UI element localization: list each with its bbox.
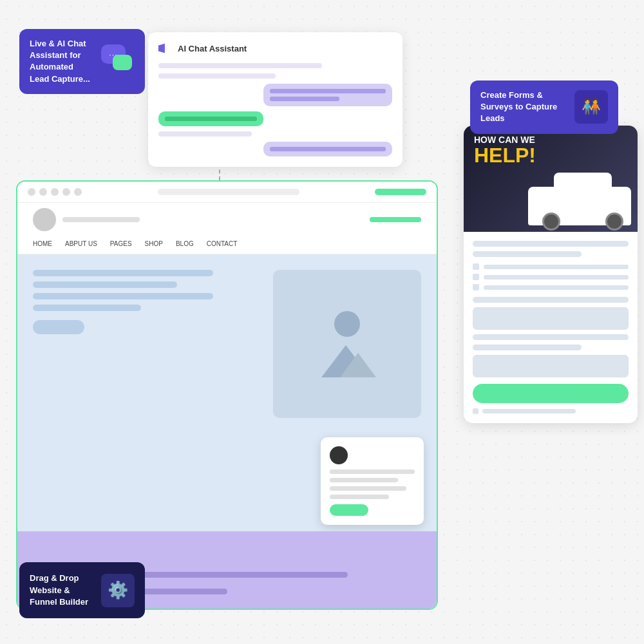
content-line-3 — [33, 293, 213, 299]
checkbox-row-1 — [473, 263, 629, 270]
checkbox-row-3 — [473, 284, 629, 290]
survey-input-2 — [473, 251, 582, 257]
drag-drop-badge: Drag & Drop Website & Funnel Builder ⚙️ — [19, 562, 145, 618]
megaphone-icon — [158, 43, 170, 54]
content-line-4 — [33, 305, 141, 311]
survey-text-1 — [473, 297, 629, 303]
content-line-2 — [33, 281, 177, 288]
chat-line-1 — [158, 63, 322, 68]
website-builder-card: HOME ABPUT US PAGES SHOP BLOG CONTACT — [16, 180, 438, 610]
content-line-1 — [33, 270, 213, 276]
floating-card-line-1 — [330, 469, 415, 474]
browser-dot-5 — [74, 188, 82, 196]
funnel-icon: 🧑‍🤝‍🧑 — [574, 90, 608, 124]
gear-icon: ⚙️ — [101, 574, 135, 607]
floating-card-avatar — [330, 446, 348, 464]
placeholder-circle — [334, 311, 360, 337]
checkbox-label-1 — [484, 265, 629, 269]
checkbox-label-3 — [484, 285, 629, 290]
survey-card: HOW CAN WE HELP! — [464, 126, 638, 423]
browser-topbar — [17, 182, 437, 203]
browser-dot-3 — [51, 188, 59, 196]
floating-card-button — [330, 504, 368, 516]
nav-contact[interactable]: CONTACT — [207, 240, 238, 247]
website-nav: HOME ABPUT US PAGES SHOP BLOG CONTACT — [17, 203, 437, 254]
nav-avatar — [33, 208, 56, 231]
survey-agreement — [473, 408, 629, 414]
nav-shop[interactable]: SHOP — [145, 240, 163, 247]
nav-about[interactable]: ABPUT US — [65, 240, 97, 247]
forms-badge-text: Create Forms & Surveys to Capture Leads — [480, 90, 568, 125]
checkbox-label-2 — [484, 275, 629, 279]
url-bar — [158, 189, 299, 195]
survey-text-fields — [473, 297, 629, 377]
forms-surveys-badge: Create Forms & Surveys to Capture Leads … — [470, 80, 618, 134]
survey-big-input-2 — [473, 355, 629, 377]
ai-chat-badge: Live & AI Chat Assistant for Automated L… — [19, 29, 145, 94]
checkbox-row-2 — [473, 274, 629, 280]
survey-text-2 — [473, 334, 629, 340]
image-placeholder — [273, 270, 421, 418]
chat-bubble-icon: ··· — [101, 44, 135, 78]
chat-line-3 — [158, 131, 252, 137]
survey-body — [464, 232, 638, 423]
placeholder-mountain — [318, 342, 376, 377]
checkbox-3[interactable] — [473, 284, 479, 290]
ai-chat-window: AI Chat Assistant — [148, 32, 402, 167]
chat-messages — [158, 63, 392, 156]
chat-bubble-incoming — [158, 111, 263, 126]
ai-chat-badge-text: Live & AI Chat Assistant for Automated L… — [30, 38, 95, 85]
survey-submit-button[interactable] — [473, 384, 629, 403]
nav-home[interactable]: HOME — [33, 240, 52, 247]
agreement-text — [482, 409, 576, 413]
survey-text-3 — [473, 345, 582, 350]
cta-button-placeholder — [33, 320, 84, 334]
chat-line-2 — [158, 73, 276, 79]
browser-dot-2 — [39, 188, 47, 196]
checkbox-2[interactable] — [473, 274, 479, 280]
browser-dot-4 — [62, 188, 70, 196]
browser-dots — [28, 188, 82, 196]
survey-big-input-1 — [473, 307, 629, 330]
nav-pages[interactable]: PAGES — [110, 240, 132, 247]
survey-help: HELP! — [474, 145, 536, 166]
nav-blog[interactable]: BLOG — [176, 240, 194, 247]
chat-bubble-outgoing — [263, 84, 392, 106]
floating-card — [321, 437, 424, 525]
agreement-checkbox[interactable] — [473, 408, 478, 414]
floating-card-line-3 — [330, 486, 406, 491]
topbar-action-button — [375, 189, 426, 195]
survey-checkboxes — [473, 263, 629, 290]
browser-dot-1 — [28, 188, 35, 196]
ai-chat-title: AI Chat Assistant — [178, 44, 247, 53]
checkbox-1[interactable] — [473, 263, 479, 270]
car-graphic — [515, 164, 638, 232]
chat-bubble-outgoing-2 — [263, 142, 392, 156]
nav-cta-line — [370, 217, 421, 222]
floating-card-line-4 — [330, 495, 389, 499]
survey-hero: HOW CAN WE HELP! — [464, 126, 638, 232]
content-left — [33, 270, 213, 334]
floating-card-line-2 — [330, 478, 398, 482]
survey-hero-text: HOW CAN WE HELP! — [474, 135, 536, 166]
ai-chat-header: AI Chat Assistant — [158, 43, 392, 54]
website-body: 🔧 — [17, 254, 437, 609]
survey-input-1 — [473, 241, 629, 247]
drag-drop-badge-text: Drag & Drop Website & Funnel Builder — [30, 573, 95, 608]
nav-links[interactable]: HOME ABPUT US PAGES SHOP BLOG CONTACT — [33, 234, 421, 254]
nav-logo — [62, 217, 140, 222]
